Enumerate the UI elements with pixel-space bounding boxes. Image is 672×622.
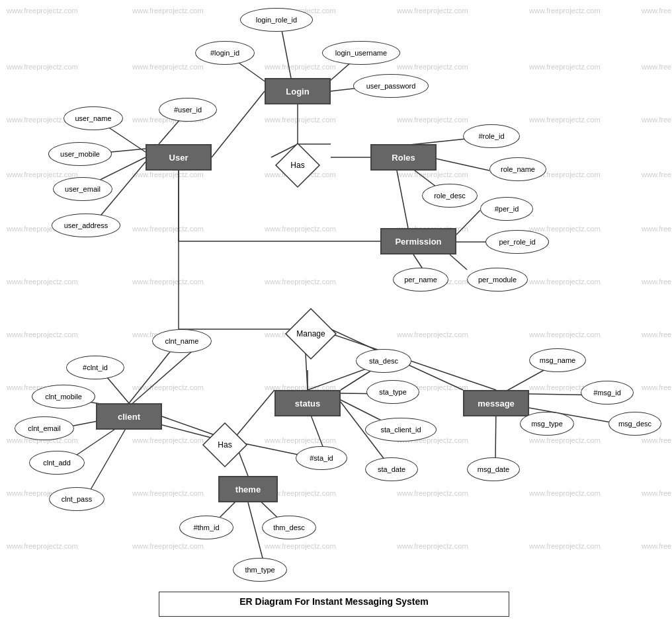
attr-thm-id: #thm_id — [179, 516, 233, 539]
attr-user-id: #user_id — [159, 98, 217, 122]
svg-text:Manage: Manage — [296, 329, 325, 338]
entity-status: status — [274, 390, 341, 416]
watermark: www.freeprojectz.com — [132, 489, 204, 497]
watermark: www.freep... — [642, 63, 672, 71]
attr-user-mobile: user_mobile — [48, 142, 112, 166]
watermark: www.freeprojectz.com — [397, 542, 468, 550]
attr-per-name: per_name — [393, 268, 448, 292]
attr-thm-desc: thm_desc — [262, 516, 316, 539]
watermark: www.freeprojectz.com — [397, 63, 468, 71]
watermark: www.freeprojectz.com — [132, 383, 204, 391]
entity-login: Login — [265, 78, 331, 104]
svg-text:Has: Has — [218, 440, 231, 449]
watermark: www.freeprojectz.com — [7, 330, 78, 338]
attr-per-role-id: per_role_id — [485, 230, 549, 254]
watermark: www.freeprojectz.com — [7, 542, 78, 550]
watermark: www.freeprojectz.com — [7, 63, 78, 71]
svg-line-20 — [456, 210, 480, 235]
watermark: www.freeprojectz.com — [265, 436, 336, 444]
watermark: www.freeprojectz.com — [397, 116, 468, 124]
attr-login-id: #login_id — [195, 41, 255, 65]
watermark: www.freeprojectz.com — [265, 225, 336, 233]
attr-sta-desc: sta_desc — [356, 349, 411, 373]
watermark: www.freeprojectz.com — [132, 542, 204, 550]
entity-roles: Roles — [370, 144, 437, 171]
watermark: www.freeprojectz.com — [7, 278, 78, 286]
watermark: www.freeprojectz.com — [397, 171, 468, 178]
attr-msg-type: msg_type — [520, 412, 574, 436]
attr-user-name: user_name — [63, 106, 123, 130]
watermark: www.freeprojectz.com — [132, 278, 204, 286]
watermark: www.freeprojectz.com — [265, 116, 336, 124]
svg-text:Has: Has — [290, 161, 304, 170]
svg-line-56 — [397, 171, 408, 228]
entity-message: message — [463, 390, 529, 416]
attr-clnt-id: #clnt_id — [66, 356, 124, 379]
attr-role-name: role_name — [489, 157, 546, 181]
entity-user: User — [146, 144, 212, 171]
attr-sta-date: sta_date — [365, 457, 418, 481]
attr-sta-client-id: sta_client_id — [365, 418, 437, 442]
relationship-has2: Has — [202, 422, 248, 468]
watermark: www.freep... — [642, 7, 672, 15]
watermark: www.freeprojectz.com — [529, 542, 601, 550]
watermark: www.freep... — [642, 330, 672, 338]
watermark: www.freeprojectz.com — [265, 542, 336, 550]
attr-per-id: #per_id — [480, 197, 533, 221]
svg-line-4 — [212, 91, 265, 157]
watermark: www.freeprojectz.com — [265, 63, 336, 71]
attr-login-username: login_username — [322, 41, 400, 65]
attr-user-email: user_email — [53, 177, 112, 201]
watermark: www.freep... — [642, 278, 672, 286]
attr-msg-desc: msg_desc — [609, 412, 661, 436]
attr-user-password: user_password — [353, 74, 429, 98]
watermark: www.freep... — [642, 489, 672, 497]
watermark: www.freep... — [642, 436, 672, 444]
watermark: www.freeprojectz.com — [529, 7, 601, 15]
attr-clnt-mobile: clnt_mobile — [32, 385, 95, 408]
relationship-manage: Manage — [284, 307, 337, 360]
attr-sta-type: sta_type — [366, 380, 419, 404]
svg-line-23 — [450, 254, 467, 270]
watermark: www.freep... — [642, 171, 672, 178]
entity-theme: theme — [218, 476, 278, 502]
watermark: www.freeprojectz.com — [529, 63, 601, 71]
watermark: www.freeprojectz.com — [132, 63, 204, 71]
attr-role-desc: role_desc — [422, 184, 478, 208]
watermark: www.freeprojectz.com — [529, 116, 601, 124]
attr-login-role-id: login_role_id — [240, 8, 313, 32]
watermark: www.freep... — [642, 116, 672, 124]
attr-user-address: user_address — [52, 214, 120, 237]
watermark: www.freep... — [642, 542, 672, 550]
svg-line-22 — [413, 254, 422, 268]
watermark: www.freeprojectz.com — [132, 7, 204, 15]
watermark: www.freeprojectz.com — [397, 489, 468, 497]
watermark: www.freeprojectz.com — [7, 171, 78, 178]
attr-msg-id: #msg_id — [581, 381, 634, 405]
watermark: www.freeprojectz.com — [7, 7, 78, 15]
entity-permission: Permission — [380, 228, 456, 254]
watermark: www.freeprojectz.com — [132, 225, 204, 233]
watermark: www.freeprojectz.com — [529, 436, 601, 444]
watermark: www.freeprojectz.com — [265, 278, 336, 286]
svg-line-55 — [248, 502, 263, 561]
watermark: www.freeprojectz.com — [397, 330, 468, 338]
watermark: www.freeprojectz.com — [529, 330, 601, 338]
attr-msg-date: msg_date — [467, 457, 520, 481]
attr-thm-type: thm_type — [233, 558, 287, 582]
watermark: www.freep... — [642, 383, 672, 391]
attr-clnt-pass: clnt_pass — [49, 487, 105, 511]
attr-msg-name: msg_name — [529, 348, 586, 372]
relationship-has1: Has — [274, 142, 321, 188]
watermark: www.freeprojectz.com — [529, 225, 601, 233]
watermark: www.freeprojectz.com — [397, 7, 468, 15]
watermark: www.freeprojectz.com — [132, 436, 204, 444]
attr-clnt-add: clnt_add — [29, 451, 85, 475]
attr-clnt-email: clnt_email — [15, 416, 74, 440]
watermark: www.freep... — [642, 225, 672, 233]
attr-sta-id: #sta_id — [296, 446, 347, 470]
entity-client: client — [96, 403, 162, 430]
watermark: www.freeprojectz.com — [529, 278, 601, 286]
watermark: www.freeprojectz.com — [132, 171, 204, 178]
watermark: www.freeprojectz.com — [529, 489, 601, 497]
